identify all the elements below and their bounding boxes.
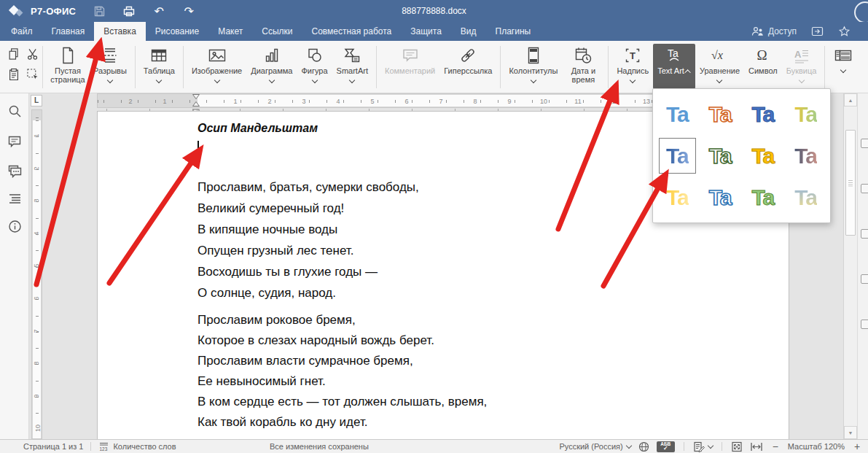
toolbar-button-image[interactable]: Изображение [187,44,246,89]
textart-sample-text: Ta [666,102,689,127]
tab-insert[interactable]: Вставка [94,22,146,41]
toolbar-button-text-box[interactable]: TНадпись [612,44,653,89]
toolbar-button-cut[interactable] [23,44,42,64]
toolbar-button-symbol[interactable]: ΩСимвол [744,44,782,89]
textart-style-2[interactable]: Ta [699,93,742,135]
svg-text:√x: √x [711,49,723,61]
fit-page-button[interactable] [731,441,743,452]
toolbar-button-text-art[interactable]: TaText Art [653,44,695,89]
tab-protection[interactable]: Защита [401,22,451,41]
sidebar-button-comments[interactable] [7,134,22,149]
tab-references[interactable]: Ссылки [252,22,302,41]
poem-stanza-2: Прославим роковое бремя,Которое в слезах… [198,310,487,433]
sidebar-button-navigation[interactable] [7,191,22,206]
ruler-number: 12 [609,98,616,105]
textart-style-10[interactable]: Ta [699,177,742,218]
toolbar-button-smartart[interactable]: SmartArt [332,44,372,89]
tab-layout[interactable]: Макет [208,22,252,41]
drop-cap-icon: A [792,45,811,66]
zoom-level[interactable]: Масштаб 120% [788,442,845,451]
tab-collaboration[interactable]: Совместная работа [302,22,401,41]
tab-home[interactable]: Главная [42,22,95,41]
toolbar-button-blank-page[interactable]: Пустая страница [47,44,89,89]
header-footer-icon [525,45,541,66]
redo-button[interactable]: ↷ [181,4,196,18]
textart-style-6[interactable]: Ta [699,135,742,177]
favorite-button[interactable] [838,26,851,37]
textart-style-12[interactable]: Ta [784,177,827,218]
scroll-up-button[interactable]: ▲ [844,93,857,107]
document-language-button[interactable] [638,441,649,452]
textart-style-1[interactable]: Ta [656,93,699,135]
toolbar-button-copy[interactable] [4,44,23,64]
textart-sample-text: Ta [709,102,732,127]
right-panel-icon-partial[interactable] [861,229,868,239]
textart-style-selected[interactable]: Ta [656,135,699,177]
text-cursor [198,141,199,155]
save-button[interactable] [92,4,106,18]
toolbar-button-label: Таблица [144,67,175,76]
undo-button[interactable]: ↶ [152,4,166,18]
toolbar-button-equation[interactable]: √xУравнение [695,44,744,89]
track-changes-button[interactable] [693,441,713,452]
right-panel-icon-partial[interactable] [861,139,868,148]
right-panel-icon-partial[interactable] [861,274,868,284]
textart-style-7[interactable]: Ta [742,135,785,177]
page-indicator[interactable]: Страница 1 из 1 [23,442,83,451]
vertical-scrollbar[interactable]: ▲ ▼ [843,93,857,439]
comment-icon [401,45,420,66]
tab-stop-selector[interactable]: L [31,95,42,107]
toolbar-button-shape[interactable]: Фигура [297,44,332,89]
toolbar-button-paste[interactable] [4,64,23,85]
toolbar-button-chart[interactable]: Диаграмма [246,44,297,89]
tab-file[interactable]: Файл [1,22,42,41]
textart-style-8[interactable]: Ta [784,135,827,177]
chevron-down-icon [107,77,113,82]
tab-draw[interactable]: Рисование [146,22,208,41]
right-panel-icon-partial[interactable] [861,184,868,193]
textart-style-11[interactable]: Ta [742,177,785,218]
zoom-out-button[interactable]: − [770,441,781,452]
toolbar-button-hyperlink[interactable]: Гиперссылка [439,44,496,89]
tab-plugins[interactable]: Плагины [486,22,541,41]
toolbar-button-table[interactable]: Таблица [139,44,179,89]
statusbar-separator [684,442,684,451]
sidebar-button-about[interactable] [7,219,22,233]
toolbar-button-select[interactable] [23,64,42,85]
scroll-down-button[interactable]: ▼ [844,426,857,439]
poem-line: Прославим, братья, сумерки свободы, [198,177,419,198]
textart-style-4[interactable]: Ta [784,93,827,135]
textart-style-9[interactable]: Ta [656,177,699,218]
toolbar-button-content-control[interactable] [829,44,858,89]
svg-text:Ω: Ω [756,47,767,63]
poem-author-line: Осип Мандельштам [198,122,318,135]
toolbar-button-label: Диаграмма [251,67,292,76]
toolbar-group-7 [825,44,861,89]
sidebar-button-search[interactable] [7,104,22,118]
print-button[interactable] [122,4,136,18]
select-icon [26,66,40,83]
tab-view[interactable]: Вид [451,22,486,41]
ruler-number: 1 [163,98,166,105]
open-file-location-button[interactable] [811,26,824,37]
access-button[interactable]: Доступ [751,26,797,36]
user-avatar-icon[interactable] [854,1,868,23]
word-count-button[interactable]: 123 Количество слов [98,441,176,452]
vertical-ruler[interactable]: 12345678910 [31,109,42,439]
ruler-number: 4 [336,98,340,105]
chevron-down-icon [630,77,636,82]
zoom-in-button[interactable]: + [852,441,862,452]
toolbar-button-date-time[interactable]: Дата и время [562,44,604,89]
textart-style-3[interactable]: Ta [742,93,785,135]
toolbar-button-breaks[interactable]: Разрывы [89,44,131,89]
app-window: Р7-ОФИС ↶↷ 888778888.docx ФайлГлавнаяВст… [0,0,868,453]
toolbar-button-header-footer[interactable]: Колонтитулы [504,44,562,89]
fit-width-button[interactable] [750,441,763,452]
right-panel-icon-partial[interactable] [861,320,868,329]
poem-line: Как твой корабль ко дну идет. [198,412,487,433]
toolbar-button-label: Пустая страница [50,67,85,84]
spellcheck-button[interactable]: АБВ ✓ [657,441,675,452]
sidebar-button-chat[interactable] [7,163,22,178]
scrollbar-thumb[interactable] [845,130,856,236]
language-selector[interactable]: Русский (Россия) [559,442,630,451]
